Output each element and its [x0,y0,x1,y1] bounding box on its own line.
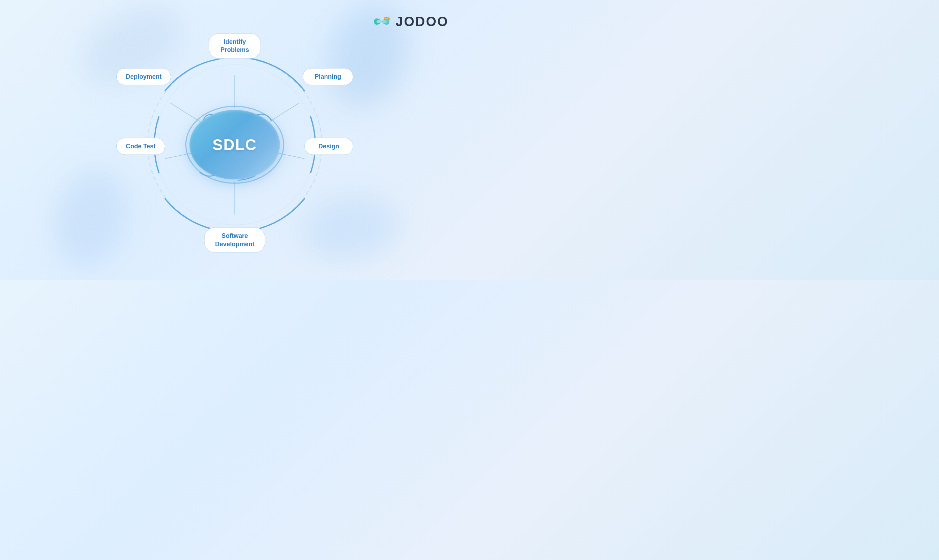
svg-point-0 [377,20,382,23]
sdlc-diagram: SDLC IdentifyProblems Planning Design So… [113,26,357,263]
stage-label-codetest: Code Test [126,143,156,150]
logo-text: JODOO [396,14,449,29]
stage-label-identify: IdentifyProblems [220,38,249,53]
logo: JODOO [373,12,449,31]
logo-icon [373,12,391,31]
stage-pill-deployment: Deployment [116,68,171,85]
stage-pill-planning: Planning [303,68,353,85]
sdlc-center-label: SDLC [212,136,257,154]
stage-pill-design: Design [305,138,353,155]
stage-label-design: Design [318,143,339,150]
svg-point-1 [382,20,387,23]
stage-pill-identify: IdentifyProblems [209,34,261,59]
stage-pill-codetest: Code Test [116,138,165,155]
stage-label-software: SoftwareDevelopment [215,232,254,247]
stage-label-planning: Planning [315,73,341,80]
sdlc-center-ellipse: SDLC [189,110,280,180]
stage-label-deployment: Deployment [126,73,162,80]
stage-pill-software: SoftwareDevelopment [205,228,265,253]
